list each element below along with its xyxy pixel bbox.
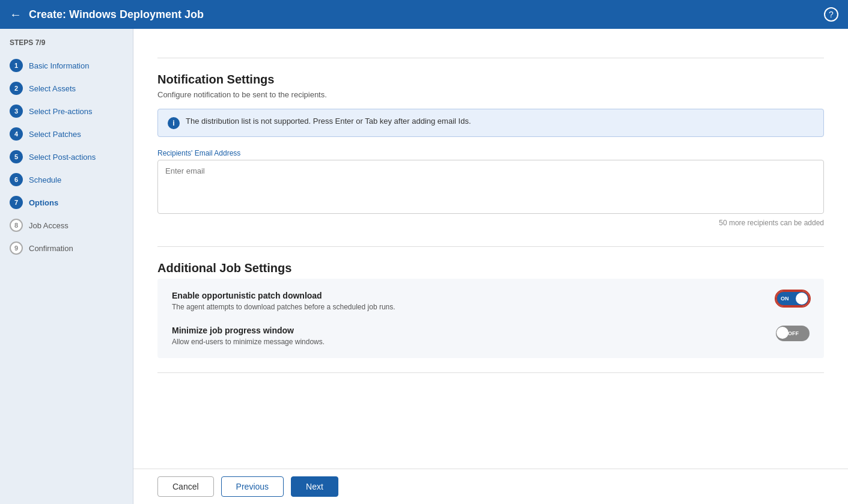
setting-row-1: Minimize job progress window Allow end-u…: [172, 326, 810, 346]
previous-button[interactable]: Previous: [221, 476, 284, 497]
main-layout: STEPS 7/9 1 Basic Information 2 Select A…: [0, 29, 848, 504]
sidebar: STEPS 7/9 1 Basic Information 2 Select A…: [0, 29, 133, 504]
sidebar-step-6[interactable]: 6 Schedule: [0, 168, 133, 191]
help-icon[interactable]: ?: [824, 7, 838, 22]
setting-info-1: Minimize job progress window Allow end-u…: [172, 326, 776, 346]
step-label-2: Select Assets: [29, 84, 76, 93]
setting-desc-1: Allow end-users to minimize message wind…: [172, 338, 776, 346]
bottom-divider: [157, 372, 824, 373]
sidebar-step-7[interactable]: 7 Options: [0, 191, 133, 214]
recipients-note: 50 more recipients can be added: [157, 219, 824, 227]
header: ← Create: Windows Deployment Job ?: [0, 0, 848, 29]
info-icon: i: [168, 117, 180, 129]
step-label-7: Options: [29, 198, 58, 207]
toggle-on-knob-0: [796, 293, 808, 305]
setting-name-1: Minimize job progress window: [172, 326, 776, 335]
cancel-button[interactable]: Cancel: [157, 476, 214, 497]
content-area: Notification Settings Configure notifica…: [133, 29, 848, 504]
step-circle-9: 9: [10, 241, 23, 255]
step-circle-5: 5: [10, 150, 23, 163]
step-label-6: Schedule: [29, 175, 61, 184]
notification-section: Notification Settings Configure notifica…: [157, 73, 824, 227]
mid-divider: [157, 246, 824, 247]
step-label-4: Select Patches: [29, 130, 81, 139]
step-circle-1: 1: [10, 59, 23, 72]
step-label-1: Basic Information: [29, 61, 89, 70]
additional-settings-section: Additional Job Settings Enable opportuni…: [157, 261, 824, 358]
setting-name-0: Enable opportunistic patch download: [172, 291, 776, 300]
sidebar-step-9[interactable]: 9 Confirmation: [0, 237, 133, 260]
toggle-off-label-1: OFF: [788, 330, 799, 336]
email-field-label: Recipients' Email Address: [157, 149, 824, 157]
content-scroll: Notification Settings Configure notifica…: [133, 29, 848, 469]
notification-subtitle: Configure notification to be sent to the…: [157, 90, 824, 99]
sidebar-step-1[interactable]: 1 Basic Information: [0, 54, 133, 77]
email-input[interactable]: [157, 160, 824, 214]
step-circle-6: 6: [10, 173, 23, 186]
sidebar-step-5[interactable]: 5 Select Post-actions: [0, 145, 133, 168]
step-label-5: Select Post-actions: [29, 153, 96, 162]
steps-label: STEPS 7/9: [0, 38, 133, 54]
sidebar-step-8[interactable]: 8 Job Access: [0, 214, 133, 237]
step-circle-4: 4: [10, 127, 23, 141]
setting-desc-0: The agent attempts to download patches b…: [172, 303, 776, 311]
step-circle-8: 8: [10, 219, 23, 232]
top-divider: [157, 58, 824, 58]
sidebar-step-2[interactable]: 2 Select Assets: [0, 77, 133, 100]
step-label-3: Select Pre-actions: [29, 107, 93, 116]
toggle-on-label-0: ON: [781, 296, 789, 302]
info-banner: i The distribution list is not supported…: [157, 109, 824, 137]
toggle-off-knob-1: [776, 327, 789, 339]
step-circle-2: 2: [10, 82, 23, 95]
setting-info-0: Enable opportunistic patch download The …: [172, 291, 776, 311]
step-label-9: Confirmation: [29, 244, 73, 253]
info-text: The distribution list is not supported. …: [186, 117, 471, 126]
toggle-minimize[interactable]: OFF: [776, 326, 810, 341]
sidebar-step-4[interactable]: 4 Select Patches: [0, 123, 133, 145]
header-title: Create: Windows Deployment Job: [29, 8, 204, 21]
back-button[interactable]: ←: [10, 8, 22, 22]
sidebar-step-3[interactable]: 3 Select Pre-actions: [0, 100, 133, 123]
next-button[interactable]: Next: [291, 476, 338, 497]
footer: Cancel Previous Next: [133, 469, 848, 504]
step-circle-7: 7: [10, 196, 23, 209]
step-label-8: Job Access: [29, 221, 69, 230]
step-circle-3: 3: [10, 105, 23, 118]
notification-title: Notification Settings: [157, 73, 824, 87]
toggle-opportunistic[interactable]: ON: [776, 291, 810, 306]
additional-settings-title: Additional Job Settings: [157, 261, 824, 275]
settings-card: Enable opportunistic patch download The …: [157, 279, 824, 358]
setting-row-0: Enable opportunistic patch download The …: [172, 291, 810, 311]
